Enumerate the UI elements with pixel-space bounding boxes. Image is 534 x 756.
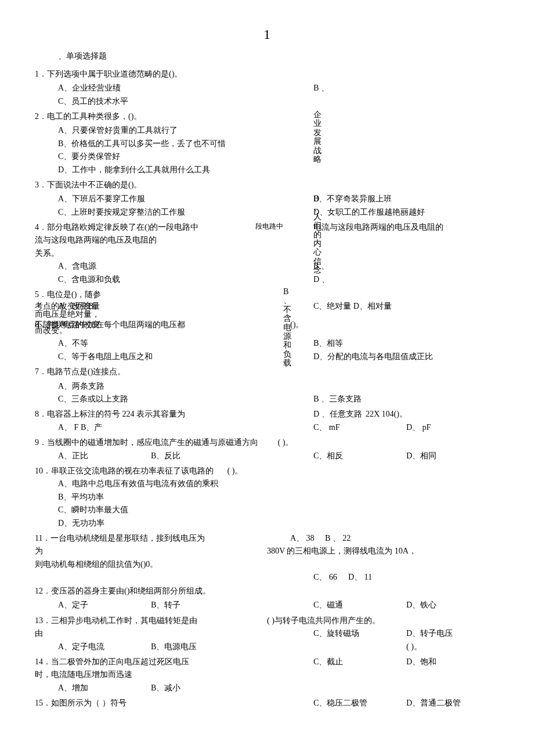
question-13: 13．三相异步电动机工作时，其电磁转矩是由 ( )与转子电流共同作用产生的。 由… xyxy=(35,614,499,653)
question-6: 不随参考点的改变 6．并联电路中加在每个电阻两端的电压都 ()。 而改变。 A、… xyxy=(35,321,499,363)
vt1: 企业发展战略 xyxy=(313,110,322,164)
q14-opt-d: D、饱和 xyxy=(406,656,436,668)
q6-opt-b: B、相等 xyxy=(313,337,343,350)
q3-opt-b: B、不穿奇装异服上班 xyxy=(313,193,392,205)
q5-text: 5．电位是()，随参 xyxy=(35,288,499,301)
q14-text-b: 时，电流随电压增加而迅速 xyxy=(35,668,499,681)
q3-text: 3．下面说法中不正确的是()。 xyxy=(35,179,499,191)
q4-opt-b-lbl: B 、 xyxy=(313,260,329,273)
q11-opt-b: B 、 22 xyxy=(325,532,351,545)
q12-text: 12．变压器的器身主要由()和绕组两部分所组成。 xyxy=(35,585,499,598)
garbled-vertical-text-1: 企业发展战略 xyxy=(313,110,322,164)
q8-opt-a: A、 F xyxy=(58,423,78,432)
q5-l5: 而改变。 xyxy=(35,327,499,335)
q4-mid: 段电路中 xyxy=(255,221,283,232)
q9-opt-a: A、正比 xyxy=(58,451,88,460)
question-12: 12．变压器的器身主要由()和绕组两部分所组成。 A、定子 B、转子 C、磁通 … xyxy=(35,585,499,612)
q13-opt-d: D、转子电压 xyxy=(406,627,453,640)
q13-opt-b: B、电源电压 xyxy=(151,641,197,653)
q11-t3: 则电动机每相绕组的阻抗值为()0。 xyxy=(35,558,499,571)
q8-opt-d: D、 pF xyxy=(406,421,431,434)
q10-opt-b: B、平均功率 xyxy=(58,491,499,504)
q8-opt-c: C、 mF xyxy=(313,421,340,434)
q1-opt-b-label: B 、 xyxy=(313,82,329,95)
q7-opt-b: B 、三条支路 xyxy=(313,393,362,406)
q11-t2: 380V 的三相电源上，测得线电流为 10A， xyxy=(267,545,417,558)
q8-suffix: 22X 104()。 xyxy=(366,408,407,421)
q13-text: 13．三相异步电动机工作时，其电磁转矩是由 xyxy=(35,616,197,625)
q4-right: 电流与这段电路两端的电压及电阻的 xyxy=(313,221,443,234)
q14-text-a: 14．当二极管外加的正向电压超过死区电压 xyxy=(35,657,189,666)
q6-opt-d: D、分配的电流与各电阻值成正比 xyxy=(313,350,433,363)
q10-text: 10．串联正弦交流电路的视在功率表征了该电路的 xyxy=(35,466,214,475)
q9-text: 9．当线圈中的磁通增加时，感应电流产生的磁通与原磁通方向 xyxy=(35,438,258,447)
q5-l2a: 考点的改变而变量 xyxy=(35,302,100,310)
question-15: 15．如图所示为（ ）符号 C、稳压二极管 D、普通二极管 xyxy=(35,697,499,710)
question-14: 14．当二极管外加的正向电压超过死区电压 C、截止 D、饱和 时，电流随电压增加… xyxy=(35,656,499,694)
q11-opt-c: C、 66 xyxy=(313,571,337,584)
question-10: 10．串联正弦交流电路的视在功率表征了该电路的 ( )。 A、电路中总电压有效值… xyxy=(35,465,499,530)
q3-opt-d: D、女职工的工作服越艳丽越好 xyxy=(313,206,425,219)
q9-opt-c: C、相反 xyxy=(313,450,343,462)
q14-opt-a: A、增加 xyxy=(58,683,88,692)
question-8: 8．电容器上标注的符号 224 表示其容量为 D 、任意支路 22X 104()… xyxy=(35,408,499,434)
q6-opt-a: A、不等 xyxy=(58,339,88,348)
q15-opt-c: C、稳压二极管 xyxy=(313,697,367,710)
q4-opt-a: A、含电源 xyxy=(58,262,96,270)
q4-text1: 4．部分电路欧姆定律反映了在()的一段电路中 xyxy=(35,223,199,231)
q10-opt-c: C、瞬时功率最大值 xyxy=(58,504,499,516)
q4-opt-d-lbl: D 、 xyxy=(313,273,330,286)
q3-opt-c: C、上班时要按规定穿整洁的工作服 xyxy=(58,208,185,216)
q11-opt-a: A、 38 xyxy=(290,532,315,545)
q2-opt-c: C、要分类保管好 xyxy=(58,150,499,163)
q12-opt-d: D、铁心 xyxy=(406,599,436,612)
q13-blank: ( )与转子电流共同作用产生的。 xyxy=(267,614,380,627)
q13-opt-c: C、旋转磁场 xyxy=(313,627,359,640)
page-number: 1 xyxy=(35,23,499,45)
q3-opt-a: A、下班后不要穿工作服 xyxy=(58,194,145,203)
q7-text: 7．电路节点是()连接点。 xyxy=(35,366,499,378)
q13-opt-a: A、定子电流 xyxy=(58,642,104,651)
q8-text: 8．电容器上标注的符号 224 表示其容量为 xyxy=(35,410,185,418)
q12-opt-b: B、转子 xyxy=(151,599,181,612)
q9-opt-b: B、反比 xyxy=(151,450,181,462)
q4-text2: 流与这段电路两端的电压及电阻的 xyxy=(35,234,499,247)
q12-opt-a: A、定子 xyxy=(58,601,88,609)
q11-opt-d: D、 11 xyxy=(348,571,372,584)
question-1: 1．下列选项中属于职业道德范畴的是()。 A、企业经营业绩 B 、 C、员工的技… xyxy=(35,68,499,108)
q7-opt-a: A、两条支路 xyxy=(58,380,499,393)
question-2: 2．电工的工具种类很多，()。 A、只要保管好贵重的工具就行了 B、价格低的工具… xyxy=(35,110,499,176)
q2-opt-d: D、工作中，能拿到什么工具就用什么工具 xyxy=(58,164,499,176)
question-7: 7．电路节点是()连接点。 A、两条支路 C、三条或以上支路 B 、三条支路 xyxy=(35,366,499,406)
q14-opt-b: B、减小 xyxy=(151,682,181,694)
question-4: 4．部分电路欧姆定律反映了在()的一段电路中 段电路中 电流与这段电路两端的电压… xyxy=(35,221,499,286)
question-11: 11．一台电动机绕组是星形联结，接到线电压为 A、 38 B 、 22 为 38… xyxy=(35,532,499,583)
section-title: 、单项选择题 xyxy=(58,50,499,63)
q14-blank: ( )。 xyxy=(406,641,422,653)
q5-l3: 而电压是绝对量， xyxy=(35,310,499,319)
question-9: 9．当线圈中的磁通增加时，感应电流产生的磁通与原磁通方向 ( )。 A、正比 B… xyxy=(35,436,499,462)
q10-opt-a: A、电路中总电压有效值与电流有效值的乘积 xyxy=(58,478,499,490)
q11-t1: 11．一台电动机绕组是星形联结，接到线电压为 xyxy=(35,534,205,542)
q9-opt-d: D、相同 xyxy=(406,450,436,462)
q14-opt-c: C、截止 xyxy=(313,656,343,668)
q1-opt-a: A、企业经营业绩 xyxy=(58,84,121,92)
q2-opt-a: A、只要保管好贵重的工具就行了 xyxy=(58,124,499,137)
q10-opt-d: D、无功功率 xyxy=(58,517,499,530)
question-5: 5．电位是()，随参 考点的改变而变量 A、改变B、 C、绝对量 D、相对量 而… xyxy=(35,288,499,319)
q1-opt-c: C、员工的技术水平 xyxy=(58,97,128,106)
q4-text3: 关系。 xyxy=(35,247,499,260)
q15-opt-d: D、普通二极管 xyxy=(406,697,461,710)
q12-opt-c: C、磁通 xyxy=(313,599,343,612)
q2-opt-b: B、价格低的工具可以多买一些，丢了也不可惜 xyxy=(58,138,499,150)
q1-text: 1．下列选项中属于职业道德范畴的是()。 xyxy=(35,68,499,81)
q8-opt-b: B、产 xyxy=(81,423,102,432)
q5-opt-c: C、绝对量 D、相对量 xyxy=(313,302,392,310)
q13-by: 由 xyxy=(35,629,43,638)
q11-t1b: 为 xyxy=(35,547,43,555)
q2-text: 2．电工的工具种类很多，()。 xyxy=(35,110,499,123)
q10-blank: ( )。 xyxy=(228,466,243,475)
q4-opt-c: C、含电源和负载 xyxy=(58,275,120,284)
q7-opt-c: C、三条或以上支路 xyxy=(58,395,128,403)
q7-opt-d: D 、任意支路 xyxy=(313,408,362,421)
